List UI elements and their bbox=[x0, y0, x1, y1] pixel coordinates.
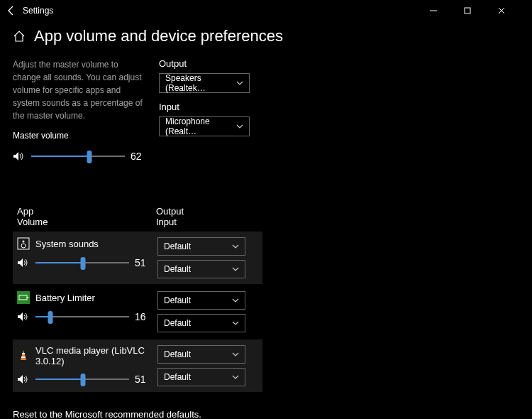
description-text: Adjust the master volume to change all s… bbox=[13, 58, 148, 122]
svg-rect-9 bbox=[21, 357, 26, 358]
app-output-dropdown[interactable]: Default bbox=[157, 291, 245, 310]
app-name: System sounds bbox=[35, 239, 99, 249]
home-icon[interactable] bbox=[13, 30, 26, 43]
input-device-value: Microphone (Realt… bbox=[165, 116, 236, 136]
svg-rect-7 bbox=[27, 297, 28, 298]
master-volume-value: 62 bbox=[131, 151, 148, 162]
maximize-button[interactable] bbox=[464, 7, 492, 14]
output-device-dropdown[interactable]: Speakers (Realtek… bbox=[159, 73, 250, 93]
app-volume-slider[interactable] bbox=[35, 256, 129, 270]
app-volume-value: 16 bbox=[135, 311, 152, 322]
svg-rect-8 bbox=[22, 353, 25, 354]
column-header-output: Output Input bbox=[156, 206, 515, 227]
app-output-value: Default bbox=[164, 295, 191, 305]
master-volume-slider[interactable] bbox=[31, 149, 125, 163]
app-icon bbox=[17, 291, 30, 304]
app-input-dropdown[interactable]: Default bbox=[157, 260, 245, 278]
window-title: Settings bbox=[23, 6, 53, 16]
chevron-down-icon bbox=[232, 267, 239, 271]
app-volume-slider[interactable] bbox=[35, 310, 129, 324]
app-row: VLC media player (LibVLC 3.0.12) 51 bbox=[13, 339, 262, 392]
app-input-value: Default bbox=[164, 318, 191, 328]
speaker-icon[interactable] bbox=[17, 312, 30, 322]
app-volume-value: 51 bbox=[135, 374, 152, 385]
app-input-dropdown[interactable]: Default bbox=[157, 314, 245, 332]
back-button[interactable] bbox=[6, 5, 23, 16]
chevron-down-icon bbox=[232, 298, 239, 303]
app-volume-slider[interactable] bbox=[35, 372, 129, 386]
column-header-app: App Volume bbox=[17, 206, 156, 227]
minimize-button[interactable] bbox=[430, 7, 458, 14]
chevron-down-icon bbox=[236, 81, 243, 85]
chevron-down-icon bbox=[232, 244, 239, 249]
app-input-value: Default bbox=[164, 372, 191, 382]
chevron-down-icon bbox=[232, 375, 239, 379]
svg-point-4 bbox=[21, 244, 26, 248]
chevron-down-icon bbox=[236, 124, 243, 129]
output-label: Output bbox=[159, 58, 519, 69]
input-device-dropdown[interactable]: Microphone (Realt… bbox=[159, 116, 250, 136]
close-button[interactable] bbox=[498, 7, 526, 14]
app-icon bbox=[17, 237, 30, 250]
speaker-icon[interactable] bbox=[17, 258, 30, 268]
output-device-value: Speakers (Realtek… bbox=[165, 73, 236, 93]
page-title: App volume and device preferences bbox=[34, 27, 283, 45]
app-icon bbox=[17, 349, 30, 362]
reset-description: Reset to the Microsoft recommended defau… bbox=[13, 409, 519, 419]
svg-point-3 bbox=[23, 241, 25, 243]
app-input-value: Default bbox=[164, 264, 191, 274]
app-row: Battery Limiter 16 Default bbox=[13, 285, 262, 338]
chevron-down-icon bbox=[232, 352, 239, 357]
app-input-dropdown[interactable]: Default bbox=[157, 368, 245, 386]
chevron-down-icon bbox=[232, 321, 239, 325]
app-output-value: Default bbox=[164, 349, 191, 359]
app-row: System sounds 51 Default bbox=[13, 232, 262, 284]
app-name: VLC media player (LibVLC 3.0.12) bbox=[35, 345, 149, 366]
app-output-dropdown[interactable]: Default bbox=[157, 345, 245, 364]
speaker-icon[interactable] bbox=[13, 151, 26, 161]
app-volume-value: 51 bbox=[135, 257, 152, 268]
master-volume-label: Master volume bbox=[13, 131, 148, 141]
app-output-value: Default bbox=[164, 241, 191, 251]
svg-rect-1 bbox=[465, 8, 470, 13]
app-name: Battery Limiter bbox=[35, 293, 95, 303]
input-label: Input bbox=[159, 102, 519, 112]
app-output-dropdown[interactable]: Default bbox=[157, 237, 245, 256]
speaker-icon[interactable] bbox=[17, 374, 30, 384]
